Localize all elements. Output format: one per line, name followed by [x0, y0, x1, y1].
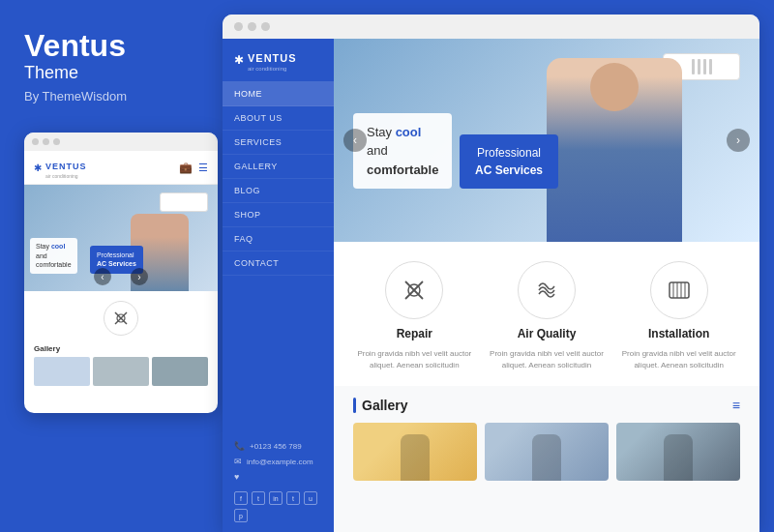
left-panel: Ventus Theme By ThemeWisdom ✱ VENTUS air… — [0, 0, 223, 532]
service-repair: Repair Proin gravida nibh vel velit auct… — [353, 261, 476, 371]
sidebar-item-contact[interactable]: CONTACT — [223, 251, 334, 276]
mobile-ac-services: AC Services — [97, 260, 136, 267]
gallery-header: Gallery ≡ — [353, 398, 740, 413]
mobile-header-icons: 💼 ☰ — [179, 162, 208, 174]
mobile-gallery-label: Gallery — [24, 340, 218, 357]
sidebar-item-about[interactable]: ABOUT US — [223, 106, 334, 131]
brand-by: By ThemeWisdom — [24, 89, 203, 103]
gallery-title: Gallery — [353, 398, 407, 413]
social-youtube[interactable]: u — [304, 491, 317, 505]
service-installation-title: Installation — [648, 327, 709, 340]
gallery-person-shape-3 — [664, 434, 693, 481]
desktop-titlebar — [223, 15, 759, 39]
phone-icon: 📞 — [234, 441, 245, 451]
desktop-hero: Stay cool and comfortable Professional A… — [334, 39, 759, 242]
service-installation: Installation Proin gravida nibh vel veli… — [617, 261, 740, 371]
mobile-logo-sub: air conditioning — [45, 173, 87, 179]
mobile-dot-2 — [43, 138, 49, 145]
gallery-person-3 — [616, 423, 740, 481]
mobile-dot-3 — [53, 138, 60, 145]
gallery-thumb-2 — [485, 423, 609, 481]
service-installation-desc: Proin gravida nibh vel velit auctor aliq… — [617, 348, 740, 371]
vent-2 — [698, 59, 700, 74]
service-air-quality-desc: Proin gravida nibh vel velit auctor aliq… — [486, 348, 609, 371]
mobile-logo: ✱ VENTUS air conditioning — [34, 156, 87, 179]
repair-icon-circle — [385, 261, 443, 319]
email-icon: ✉ — [234, 457, 242, 466]
sidebar-item-blog[interactable]: BLOG — [223, 179, 334, 203]
mobile-titlebar — [24, 133, 218, 151]
sidebar-logo-area: ✱ VENTUS air conditioning — [223, 39, 334, 82]
mobile-gallery-thumb-1 — [34, 357, 90, 386]
sidebar-item-services[interactable]: SERVICES — [223, 131, 334, 155]
menu-icon: ☰ — [198, 162, 208, 174]
hero-ac-vents — [692, 59, 712, 74]
desktop-content: Stay cool and comfortable Professional A… — [334, 39, 759, 532]
gallery-grid — [353, 423, 740, 481]
social-pinterest[interactable]: p — [234, 509, 248, 522]
vent-4 — [709, 59, 712, 74]
sidebar-heart: ♥ — [234, 472, 322, 482]
sidebar-item-home[interactable]: HOME — [223, 82, 334, 106]
desktop-main: ✱ VENTUS air conditioning HOME ABOUT US … — [223, 39, 759, 532]
mobile-gallery-thumb-3 — [152, 357, 208, 386]
gallery-person-shape-1 — [401, 434, 430, 481]
hero-arrows: ‹ › — [334, 129, 759, 152]
gallery-section: Gallery ≡ — [334, 386, 759, 500]
sidebar-logo: ✱ VENTUS air conditioning — [234, 48, 322, 72]
gallery-person-2 — [485, 423, 609, 481]
svg-rect-6 — [670, 282, 689, 298]
briefcase-icon: 💼 — [179, 162, 193, 174]
gallery-menu-icon[interactable]: ≡ — [732, 398, 740, 413]
gallery-thumb-3 — [616, 423, 740, 481]
brand-sub: Theme — [24, 63, 203, 83]
vent-1 — [692, 59, 695, 74]
mobile-stay-box: Stay coolandcomfortable — [30, 238, 77, 274]
mobile-prev-arrow[interactable]: ‹ — [94, 268, 111, 285]
services-grid: Repair Proin gravida nibh vel velit auct… — [353, 261, 740, 371]
desktop-dot-1 — [234, 22, 243, 31]
gallery-person-shape-2 — [532, 434, 561, 481]
mobile-dot-1 — [32, 138, 39, 145]
mobile-logo-text: VENTUS air conditioning — [45, 156, 87, 179]
gallery-title-bar — [353, 398, 356, 413]
sidebar-item-gallery[interactable]: GALLERY — [223, 155, 334, 179]
mobile-repair-icon — [104, 301, 138, 336]
mobile-logo-star-icon: ✱ — [34, 163, 42, 173]
service-repair-desc: Proin gravida nibh vel velit auctor aliq… — [353, 348, 476, 371]
gallery-person-1 — [353, 423, 477, 481]
desktop-sidebar: ✱ VENTUS air conditioning HOME ABOUT US … — [223, 39, 334, 532]
mobile-preview: ✱ VENTUS air conditioning 💼 ☰ Stay coola… — [24, 133, 218, 413]
heart-icon: ♥ — [234, 472, 239, 482]
hero-next-arrow[interactable]: › — [727, 129, 750, 152]
sidebar-item-shop[interactable]: SHOP — [223, 203, 334, 227]
sidebar-social: f t in t u p — [234, 491, 322, 522]
social-tumblr[interactable]: t — [286, 491, 300, 505]
mobile-stay-comfortable: comfortable — [36, 261, 72, 268]
mobile-gallery-thumb-2 — [93, 357, 149, 386]
hero-ac-services: AC Services — [475, 163, 543, 177]
sidebar-contact: 📞 +0123 456 789 ✉ info@example.com ♥ f t… — [223, 431, 334, 532]
mobile-next-arrow[interactable]: › — [131, 268, 148, 285]
service-repair-title: Repair — [397, 327, 432, 340]
sidebar-star-icon: ✱ — [234, 53, 244, 67]
sidebar-phone: 📞 +0123 456 789 — [234, 441, 322, 451]
mobile-gallery-row — [24, 357, 218, 386]
air-quality-icon-circle — [518, 261, 576, 319]
desktop-dot-2 — [248, 22, 256, 31]
desktop-preview: ✱ VENTUS air conditioning HOME ABOUT US … — [223, 15, 759, 532]
vent-3 — [703, 59, 706, 74]
sidebar-item-faq[interactable]: FAQ — [223, 227, 334, 251]
social-linkedin[interactable]: in — [269, 491, 283, 505]
sidebar-logo-texts: VENTUS air conditioning — [248, 48, 297, 72]
social-twitter[interactable]: t — [252, 491, 265, 505]
hero-prev-arrow[interactable]: ‹ — [343, 129, 367, 152]
desktop-dot-3 — [261, 22, 270, 31]
service-air-quality: Air Quality Proin gravida nibh vel velit… — [486, 261, 609, 371]
mobile-arrows: ‹ › — [94, 268, 148, 285]
mobile-hero: Stay coolandcomfortable ProfessionalAC S… — [24, 185, 218, 291]
mobile-service-icons — [24, 291, 218, 340]
mobile-stay-cool: cool — [51, 243, 65, 250]
mobile-header: ✱ VENTUS air conditioning 💼 ☰ — [24, 151, 218, 185]
social-facebook[interactable]: f — [234, 491, 248, 505]
